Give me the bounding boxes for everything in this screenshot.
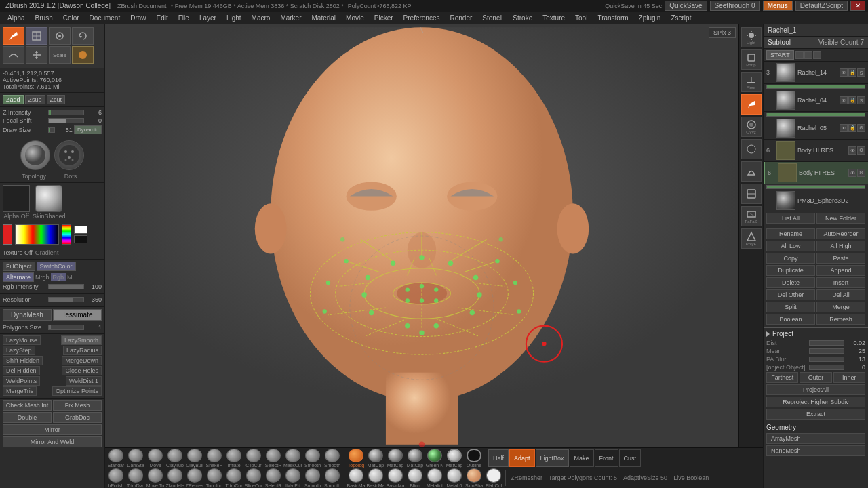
rachel14-vis[interactable]: 👁: [840, 68, 848, 77]
render-btn[interactable]: QVyz: [741, 117, 762, 137]
make-button[interactable]: Make: [570, 449, 594, 467]
menu-material[interactable]: Material: [307, 13, 341, 23]
rgb-intensity-slider[interactable]: [48, 284, 84, 289]
menu-tool[interactable]: Tool: [570, 13, 592, 23]
front-button[interactable]: Front: [595, 449, 618, 467]
menu-zscript[interactable]: Zscript: [666, 13, 696, 23]
zremesher-brush-icon[interactable]: ZRemes: [185, 468, 204, 487]
lazy-smooth-btn[interactable]: LazySmooth: [61, 336, 102, 345]
mirror-and-weld-button[interactable]: Mirror And Weld: [3, 436, 102, 447]
symmetry-btn[interactable]: PolyF: [741, 228, 762, 249]
rachel04-lock[interactable]: 🔒: [848, 96, 856, 104]
clip-curve-brush-icon[interactable]: ClipCur: [244, 449, 263, 468]
cust-button[interactable]: Cust: [619, 449, 642, 467]
see-through-button[interactable]: Seethrough 0: [710, 1, 760, 11]
clay-build-brush-icon[interactable]: ClayBuil: [185, 449, 204, 468]
start-button[interactable]: START: [766, 50, 794, 60]
menu-zplugin[interactable]: Zplugin: [634, 13, 666, 23]
menu-render[interactable]: Render: [446, 13, 477, 23]
imy-pri-brush-icon[interactable]: IMy Pri: [283, 468, 302, 487]
outer-button[interactable]: Outer: [800, 372, 831, 383]
optimize-points-btn[interactable]: Optimize Points: [52, 386, 102, 396]
color-gradient[interactable]: [15, 224, 59, 245]
dynamic-button[interactable]: Dynamic: [74, 125, 102, 134]
check-mesh-button[interactable]: Check Mesh Int: [3, 400, 52, 411]
gradient-btn[interactable]: Gradient: [35, 249, 59, 256]
auto-reorder-button[interactable]: AutoReorder: [816, 228, 865, 239]
menus-button[interactable]: Menus: [763, 1, 793, 11]
smooth2-brush-icon[interactable]: Smooth: [323, 449, 342, 468]
lazy-radius-btn[interactable]: LazyRadius: [63, 346, 102, 355]
project-all-button[interactable]: ProjectAll: [766, 384, 865, 395]
menu-light[interactable]: Light: [222, 13, 246, 23]
all-high-button[interactable]: All High: [816, 241, 865, 251]
del-hidden-btn[interactable]: Del Hidden: [3, 366, 40, 375]
hpolish-brush-icon[interactable]: hPolish: [106, 468, 125, 487]
rachel14-solo[interactable]: S: [857, 68, 865, 77]
skin-shaded-preview[interactable]: [35, 185, 62, 212]
merge-tris-btn[interactable]: MergeTris: [3, 386, 37, 396]
menu-transform[interactable]: Transform: [593, 13, 633, 23]
matcap1-icon[interactable]: MatCap: [366, 449, 385, 468]
mean-slider[interactable]: [809, 348, 844, 354]
metallic-mat-icon[interactable]: Metalict: [425, 468, 444, 487]
light-btn[interactable]: Light: [741, 27, 762, 47]
texture-off-btn[interactable]: Texture Off: [3, 249, 33, 256]
poly-frame-btn[interactable]: FaFaS: [741, 206, 762, 226]
resolution-slider[interactable]: [48, 297, 84, 302]
inflate-brush-icon[interactable]: Inflate: [224, 449, 243, 468]
merge-down-btn[interactable]: MergeDown: [62, 356, 102, 365]
pa-blur-slider[interactable]: [809, 357, 844, 362]
draw-size-slider[interactable]: [48, 127, 55, 133]
menu-layer[interactable]: Layer: [195, 13, 221, 23]
double-button[interactable]: Double: [3, 412, 52, 423]
subtool-item-body-hires-2[interactable]: 6 Body HI RES 👁 ⚙: [764, 162, 868, 184]
color-swatch-red[interactable]: [3, 224, 12, 245]
split-button[interactable]: Split: [766, 302, 815, 312]
default-zscript-button[interactable]: DefaultZScript: [795, 1, 848, 11]
copy-button[interactable]: Copy: [766, 253, 815, 264]
rachel05-gear[interactable]: ⚙: [857, 124, 865, 132]
smooth-dir-brush-icon[interactable]: Smooth: [303, 468, 322, 487]
new-folder-button[interactable]: New Folder: [816, 213, 865, 224]
adapt-button[interactable]: Adapt: [509, 449, 535, 467]
body-hires-1-vis[interactable]: 👁: [848, 146, 856, 155]
reproject-button[interactable]: Reproject Higher Subdiv: [766, 396, 865, 407]
topology-brush-icon[interactable]: Topolog: [205, 468, 224, 487]
remesh-button[interactable]: Remesh: [816, 314, 865, 325]
boolean-button[interactable]: Boolean: [766, 314, 815, 325]
matcap-outline-icon[interactable]: MatCap: [445, 449, 464, 468]
zsub-button[interactable]: Zsub: [25, 95, 45, 104]
subtool-item-sphere-3d2[interactable]: PM3D_Sphere3D2: [764, 190, 868, 211]
menu-macro[interactable]: Macro: [247, 13, 275, 23]
dynamesh-button[interactable]: DynaMesh: [3, 309, 52, 321]
move2-tool-button[interactable]: [26, 46, 47, 64]
smooth-tool-button[interactable]: [3, 46, 24, 64]
rachel05-lock[interactable]: 🔒: [848, 124, 856, 132]
green-matcap-icon[interactable]: Green N: [425, 449, 444, 468]
fix-mesh-button[interactable]: Fix Mesh: [53, 400, 102, 411]
extract-button[interactable]: Extract: [766, 409, 865, 420]
canvas-area[interactable]: SPix 3 Light Portp Floor QVyz: [105, 24, 763, 488]
list-all-button[interactable]: List All: [766, 213, 815, 224]
blinn-icon[interactable]: Blinn: [406, 468, 425, 487]
mini-slider-2[interactable]: [766, 113, 865, 117]
shift-hidden-btn[interactable]: Shift Hidden: [3, 356, 43, 365]
half-button[interactable]: Half: [488, 449, 509, 467]
z-intensity-slider[interactable]: [48, 110, 84, 115]
metal0-icon[interactable]: Metal 0: [445, 468, 464, 487]
move-topological-brush-icon[interactable]: Move To: [146, 468, 165, 487]
array-mesh-button[interactable]: ArrayMesh: [766, 433, 865, 444]
falloff-btn[interactable]: [741, 161, 762, 182]
body-hires-2-gear[interactable]: ⚙: [857, 169, 865, 177]
close-button[interactable]: ✕: [850, 1, 865, 11]
flat-color-icon[interactable]: Flat Col: [484, 468, 503, 487]
focal-shift-slider[interactable]: [48, 118, 84, 123]
menu-marker[interactable]: Marker: [275, 13, 306, 23]
shadow-btn[interactable]: [741, 139, 762, 159]
subtool-icon-3[interactable]: [813, 51, 821, 59]
subtool-icon-1[interactable]: [795, 51, 804, 59]
rachel14-lock[interactable]: 🔒: [848, 68, 856, 77]
paste-button[interactable]: Paste: [816, 253, 865, 264]
topology-brush-circle[interactable]: [20, 140, 50, 170]
